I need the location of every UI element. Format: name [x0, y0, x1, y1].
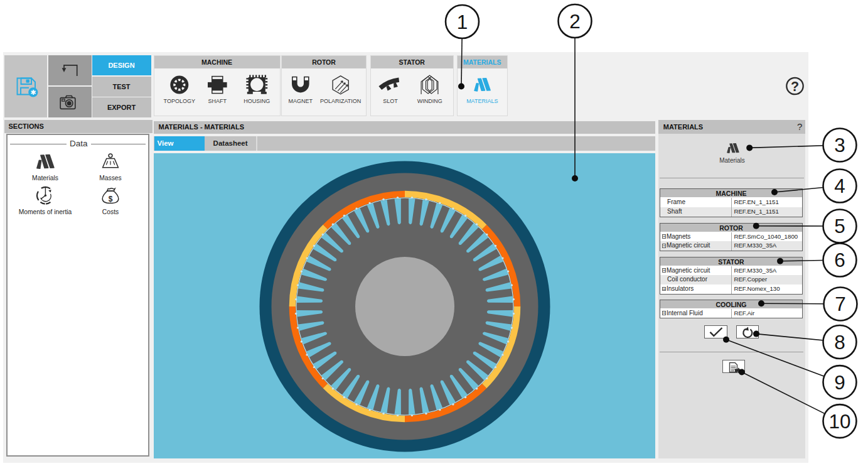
- svg-text:3: 3: [834, 134, 845, 156]
- svg-text:7: 7: [835, 293, 846, 315]
- svg-text:10: 10: [828, 410, 850, 433]
- svg-text:4: 4: [834, 175, 845, 197]
- svg-text:6: 6: [834, 249, 845, 271]
- svg-text:1: 1: [457, 11, 468, 33]
- svg-text:8: 8: [834, 331, 845, 354]
- svg-text:9: 9: [834, 371, 845, 394]
- svg-text:2: 2: [569, 10, 581, 33]
- svg-text:5: 5: [834, 215, 845, 237]
